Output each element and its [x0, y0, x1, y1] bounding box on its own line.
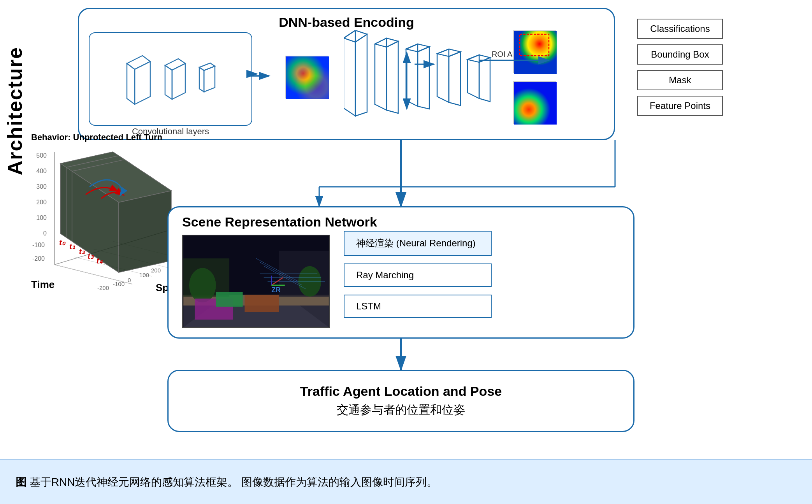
svg-point-71: [189, 268, 216, 303]
srn-title: Scene Representation Network: [182, 214, 377, 230]
svg-text:t₄: t₄: [97, 256, 103, 265]
svg-text:500: 500: [36, 152, 47, 159]
svg-text:0: 0: [128, 277, 131, 283]
svg-marker-8: [204, 66, 215, 92]
svg-rect-10: [286, 56, 329, 99]
heatmap-roi-top: [513, 30, 556, 73]
neural-rendering-option: 神经渲染 (Neural Rendering): [344, 231, 492, 256]
cube-small-icon: [197, 58, 218, 100]
svg-marker-22: [449, 52, 460, 105]
svg-text:-100: -100: [113, 281, 125, 287]
svg-marker-25: [479, 58, 490, 102]
figure-label: 图: [16, 476, 26, 488]
svg-marker-19: [418, 47, 429, 109]
svg-text:t₃: t₃: [88, 252, 94, 260]
lstm-option: LSTM: [344, 295, 492, 318]
svg-text:300: 300: [36, 183, 47, 190]
dnn-encoding-box: DNN-based Encoding: [78, 8, 615, 140]
traffic-title: Traffic Agent Location and Pose: [300, 384, 502, 399]
srn-box: Scene Representation Network: [167, 206, 634, 339]
svg-text:0: 0: [43, 230, 47, 237]
ray-marching-option: Ray Marching: [344, 263, 492, 287]
cube-medium-icon: [162, 52, 189, 106]
srn-options: 神经渲染 (Neural Rendering) Ray Marching LST…: [344, 231, 492, 318]
nn-layers-visual: [344, 30, 492, 120]
svg-text:200: 200: [36, 199, 47, 205]
svg-text:-200: -200: [32, 255, 45, 262]
behavior-label: Behavior: Unprotected Left Turn: [31, 132, 162, 142]
svg-text:100: 100: [36, 214, 47, 221]
output-labels-container: Classifications Bounding Box Mask Featur…: [637, 19, 723, 116]
svg-text:-100: -100: [32, 242, 45, 248]
svg-marker-4: [165, 65, 172, 99]
svg-text:200: 200: [151, 267, 161, 274]
heatmap-roi-bottom: [513, 81, 556, 124]
svg-text:t₂: t₂: [79, 247, 86, 256]
mask-label: Mask: [637, 70, 723, 90]
svg-text:t₁: t₁: [69, 242, 76, 251]
svg-text:Time: Time: [31, 279, 54, 290]
svg-marker-2: [135, 61, 150, 104]
architecture-label: Architecture: [3, 47, 26, 175]
conv-layers-box: Convolutional layers: [89, 32, 252, 126]
bounding-box-label: Bounding Box: [637, 44, 723, 65]
svg-rect-28: [514, 82, 557, 125]
svg-marker-14: [375, 38, 387, 110]
svg-rect-75: [245, 295, 279, 312]
svg-text:-200: -200: [97, 284, 109, 291]
svg-marker-5: [172, 63, 185, 99]
classifications-label: Classifications: [637, 19, 723, 39]
traffic-agent-box: Traffic Agent Location and Pose 交通参与者的位置…: [167, 370, 634, 432]
feature-points-label: Feature Points: [637, 96, 723, 116]
svg-rect-74: [216, 292, 243, 307]
svg-marker-7: [199, 67, 204, 92]
caption-text: 图 基于RNN迭代神经元网络的感知算法框架。 图像数据作为算法的输入图像时间序列…: [16, 475, 438, 490]
svg-rect-26: [514, 31, 557, 74]
svg-text:ZR: ZR: [271, 286, 281, 294]
svg-text:t₀: t₀: [59, 238, 66, 247]
svg-marker-13: [355, 34, 367, 116]
heatmap-feature-map: [285, 56, 328, 98]
svg-marker-44: [119, 191, 171, 272]
svg-marker-1: [127, 63, 135, 104]
nn-layers-svg: [344, 30, 492, 120]
svg-text:100: 100: [139, 272, 149, 278]
traffic-subtitle: 交通参与者的位置和位姿: [337, 402, 465, 418]
svg-marker-11: [344, 30, 355, 116]
dnn-title: DNN-based Encoding: [79, 15, 614, 30]
scene-image: ZR: [182, 235, 330, 328]
svg-marker-20: [437, 49, 449, 102]
cube-large-icon: [123, 48, 154, 110]
svg-text:400: 400: [36, 168, 47, 174]
svg-marker-16: [387, 41, 398, 113]
caption-bar: 图 基于RNN迭代神经元网络的感知算法框架。 图像数据作为算法的输入图像时间序列…: [0, 459, 812, 504]
svg-marker-17: [406, 44, 418, 106]
